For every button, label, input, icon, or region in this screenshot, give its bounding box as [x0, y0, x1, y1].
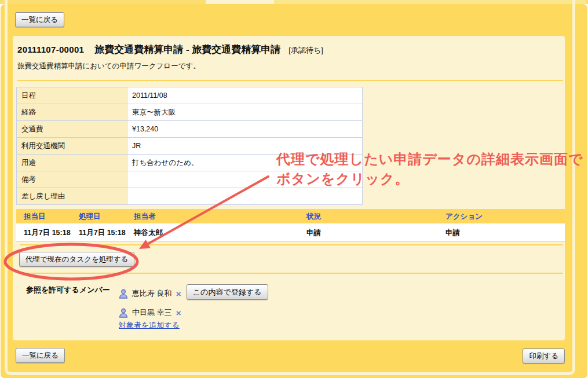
- remove-member-icon[interactable]: ×: [176, 289, 181, 298]
- field-label: 交通費: [17, 121, 127, 138]
- field-label: 日程: [17, 87, 127, 104]
- history-data-row: 11月7日 15:18 11月7日 15:18 神谷太郎 申請 申請: [16, 225, 565, 241]
- person-icon: [119, 308, 128, 318]
- history-cell-processed-date: 11月7日 15:18: [79, 225, 134, 241]
- form-row: 経路 東京〜新大阪: [17, 104, 363, 121]
- annotation-line2: ボタンをクリック。: [276, 169, 583, 189]
- print-button[interactable]: 印刷する: [523, 348, 565, 364]
- history-column-header: 処理日: [79, 210, 134, 223]
- history-cell-person: 神谷太郎: [134, 225, 306, 241]
- workflow-description: 旅費交通費精算申請においての申請ワークフローです。: [17, 61, 200, 71]
- form-row: 交通費 ¥13,240: [17, 121, 363, 138]
- add-member-link[interactable]: 対象者を追加する: [119, 320, 180, 331]
- history-cell-date: 11月7日 15:18: [24, 225, 79, 241]
- member-name: 中目黒 幸三: [132, 307, 172, 318]
- register-button[interactable]: この内容で登録する: [187, 284, 268, 300]
- member-item: 中目黒 幸三 ×: [119, 306, 181, 320]
- workflow-detail-screen: 一覧に戻る 20111107-00001旅費交通費精算申請 - 旅費交通費精算申…: [0, 0, 588, 378]
- separator-above-proxy: [20, 244, 563, 245]
- back-to-list-button-bottom[interactable]: 一覧に戻る: [16, 348, 65, 363]
- top-tab-strip: [0, 0, 588, 4]
- history-cell-status: 申請: [306, 225, 445, 241]
- field-value: 東京〜新大阪: [127, 104, 363, 121]
- field-label: 利用交通機関: [17, 138, 127, 155]
- history-column-header: 担当者: [134, 210, 306, 223]
- tab-strip-right: [274, 0, 586, 4]
- field-label: 差し戻し理由: [17, 188, 127, 205]
- form-row: 差し戻し理由: [17, 188, 363, 205]
- field-value: ¥13,240: [127, 121, 363, 138]
- annotation-line1: 代理で処理したい申請データの詳細表示画面で: [276, 149, 583, 169]
- history-column-header: 状況: [306, 210, 445, 223]
- field-label: 備考: [17, 171, 127, 188]
- process-task-as-proxy-button[interactable]: 代理で現在のタスクを処理する: [19, 252, 134, 267]
- field-value: [127, 188, 363, 205]
- member-item: 恵比寿 良和 ×: [119, 287, 181, 300]
- member-name: 恵比寿 良和: [132, 288, 172, 299]
- form-row: 日程 2011/11/08: [17, 87, 363, 104]
- active-tab-remnant: [206, 0, 274, 4]
- history-column-header: 担当日: [24, 210, 79, 223]
- separator-below-proxy: [20, 273, 563, 274]
- status-badge: [承認待ち]: [288, 46, 323, 54]
- field-value: 2011/11/08: [127, 87, 363, 104]
- allowed-members-label: 参照を許可するメンバー: [26, 285, 110, 295]
- remove-member-icon[interactable]: ×: [176, 309, 181, 317]
- person-icon: [119, 289, 128, 299]
- separator-top: [17, 80, 563, 81]
- application-number: 20111107-00001: [17, 45, 84, 54]
- field-label: 用途: [17, 155, 127, 171]
- back-to-list-button-top[interactable]: 一覧に戻る: [15, 12, 64, 27]
- annotation-text: 代理で処理したい申請データの詳細表示画面で ボタンをクリック。: [276, 149, 583, 189]
- history-cell-action: 申請: [445, 225, 565, 241]
- page-title: 旅費交通費精算申請 - 旅費交通費精算申請: [94, 44, 280, 55]
- history-table: 担当日 処理日 担当者 状況 アクション 11月7日 15:18 11月7日 1…: [16, 209, 565, 241]
- history-column-header: アクション: [445, 210, 565, 223]
- history-header-row: 担当日 処理日 担当者 状況 アクション: [16, 209, 565, 225]
- title-row: 20111107-00001旅費交通費精算申請 - 旅費交通費精算申請[承認待ち…: [17, 43, 323, 56]
- field-label: 経路: [17, 104, 127, 121]
